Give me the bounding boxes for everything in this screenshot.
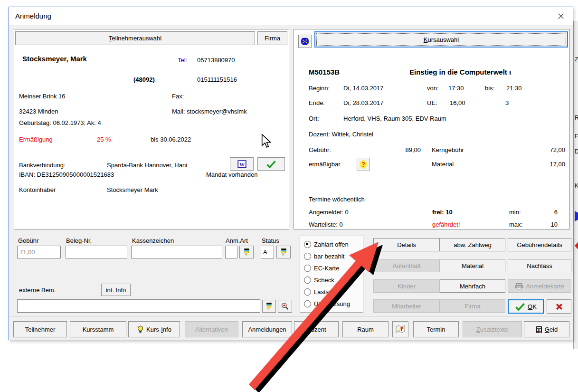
free-count: frei: 10 bbox=[432, 209, 453, 216]
course-fee-value: 89,00 bbox=[389, 146, 421, 153]
green-check-icon bbox=[515, 303, 525, 311]
radio-bar-bezahlt[interactable]: bar bezahlt bbox=[304, 253, 344, 260]
int-info-button[interactable]: int. Info bbox=[101, 284, 131, 296]
svg-text:W: W bbox=[239, 161, 245, 167]
status-picker-button[interactable] bbox=[276, 246, 291, 258]
word-export-button[interactable]: W bbox=[230, 157, 254, 171]
ort-value: Herford, VHS, Raum 305, EDV-Raum bbox=[343, 115, 446, 122]
anmeldung-dialog: Anmeldung Teilnehmerauswahl Firma Stocks… bbox=[9, 7, 573, 340]
anmart-input[interactable] bbox=[225, 246, 237, 258]
anmart-label: Anm.Art bbox=[226, 237, 248, 244]
bis-label: bis: bbox=[485, 85, 494, 92]
background-icon-fragment bbox=[575, 211, 578, 221]
course-fee-label: Gebühr: bbox=[309, 146, 331, 153]
endangered-flag: gefährdet! bbox=[432, 221, 460, 228]
min-value: 6 bbox=[534, 209, 558, 216]
participant-phone2: 015111151516 bbox=[197, 76, 237, 83]
min-label: min: bbox=[509, 209, 521, 216]
screen: Za Rü E D K Anmeldung Teilnehmerauswahl … bbox=[0, 0, 578, 392]
end-date: Di, 28.03.2017 bbox=[343, 99, 384, 106]
waitlist-count: Warteliste: 0 bbox=[309, 221, 343, 228]
hand-down-icon bbox=[265, 302, 273, 310]
blue-card-icon bbox=[300, 37, 310, 46]
bank-label: Bankverbindung: bbox=[19, 162, 66, 169]
course-panel: Kursauswahl M50153B Einstieg in die Comp… bbox=[294, 29, 570, 229]
begin-label: Beginn: bbox=[309, 85, 330, 92]
kursauswahl-button[interactable]: Kursauswahl bbox=[314, 31, 568, 48]
details-button[interactable]: Details bbox=[373, 238, 440, 251]
von-label: von: bbox=[427, 85, 439, 92]
status-input[interactable] bbox=[261, 246, 274, 258]
dozent-line: Dozent: Wittek, Christel bbox=[309, 131, 373, 138]
discount-help-button[interactable]: ? bbox=[357, 158, 370, 171]
map-pin-icon bbox=[396, 325, 405, 334]
bem-picker-button[interactable] bbox=[262, 300, 276, 313]
teilnehmerauswahl-button[interactable]: Teilnehmerauswahl bbox=[15, 31, 255, 45]
gebuehr-input[interactable] bbox=[17, 246, 61, 258]
printer-icon bbox=[515, 283, 523, 290]
participant-number: (48092) bbox=[133, 76, 155, 83]
abw-zahlweg-button[interactable]: abw. Zahlweg bbox=[440, 238, 505, 251]
radio-lastschrift[interactable]: Lastschrift bbox=[304, 288, 342, 296]
radio-icon bbox=[304, 277, 311, 284]
toolbar-map-button[interactable] bbox=[392, 321, 408, 337]
mandate-status: Mandat vorhanden bbox=[206, 171, 257, 178]
radio-scheck[interactable]: Scheck bbox=[304, 277, 334, 284]
account-holder-name: Stocksmeyer Mark bbox=[107, 186, 158, 193]
ue-label: UE: bbox=[427, 99, 437, 106]
mehrfach-button[interactable]: Mehrfach bbox=[440, 279, 505, 293]
anmeldekarte-button: Anmeldekarte bbox=[508, 279, 571, 293]
discount-until: bis 30.06.2022 bbox=[151, 136, 191, 143]
bank-name: Sparda-Bank Hannover, Hani bbox=[107, 162, 228, 169]
externe-bem-input[interactable] bbox=[17, 299, 260, 313]
bem-zoom-button[interactable] bbox=[278, 300, 292, 313]
toolbar-dozent-button[interactable]: Dozent bbox=[294, 321, 339, 337]
radio-ec-karte[interactable]: EC-Karte bbox=[304, 265, 339, 272]
reducible-label: ermäßigbar bbox=[309, 161, 340, 168]
background-label-fragment: Za bbox=[575, 56, 578, 63]
start-time: 17:30 bbox=[448, 85, 464, 92]
max-value: 10 bbox=[534, 221, 558, 228]
radio-ueberweisung[interactable]: Überweisung bbox=[304, 300, 350, 307]
fax-label: Fax: bbox=[172, 93, 184, 100]
toolbar-kurs-info-button[interactable]: Kurs-Info bbox=[128, 321, 180, 337]
material-button[interactable]: Material bbox=[440, 259, 505, 272]
cancel-button[interactable] bbox=[547, 299, 571, 314]
nachlass-button[interactable]: Nachlass bbox=[508, 259, 571, 272]
background-label-fragment: Rü bbox=[575, 115, 578, 121]
toolbar-separator bbox=[9, 316, 572, 317]
lightbulb-icon bbox=[137, 325, 144, 334]
participant-birthday: Geburtstag: 06.02.1973; Ak: 4 bbox=[19, 119, 101, 126]
course-card-button[interactable] bbox=[298, 35, 312, 48]
participant-street: Meinser Brink 16 bbox=[19, 93, 66, 100]
externe-bem-label: externe Bem. bbox=[19, 287, 56, 294]
schedule-line: Termine wöchentlich bbox=[309, 196, 365, 203]
status-label: Status bbox=[262, 237, 279, 244]
discount-percent: 25 % bbox=[97, 136, 111, 143]
bank-ok-button[interactable] bbox=[257, 157, 285, 171]
background-label-fragment: K bbox=[575, 182, 578, 189]
background-icon-fragment bbox=[575, 241, 578, 250]
firma-select-button[interactable]: Firma bbox=[257, 31, 287, 45]
aufenthalt-button: Aufenthalt bbox=[373, 259, 440, 272]
close-button[interactable] bbox=[555, 10, 567, 22]
toolbar-teilnehmer-button[interactable]: Teilnehmer bbox=[13, 321, 67, 337]
toolbar-geld-button[interactable]: Geld bbox=[524, 321, 569, 337]
beleg-nr-input[interactable] bbox=[66, 246, 127, 258]
toolbar-termin-button[interactable]: Termin bbox=[413, 321, 459, 337]
course-title: Einstieg in die Computerwelt ı bbox=[409, 68, 567, 76]
toolbar-anmeldungen-button[interactable]: Anmeldungen bbox=[242, 321, 292, 337]
participant-phone1: 05713880970 bbox=[197, 57, 235, 64]
toolbar-kursstamm-button[interactable]: Kursstamm bbox=[70, 321, 126, 337]
anmart-picker-button[interactable] bbox=[239, 246, 254, 258]
radio-icon bbox=[304, 288, 311, 296]
gebuehrendetails-button[interactable]: Gebührendetails bbox=[508, 238, 571, 251]
toolbar-raum-button[interactable]: Raum bbox=[342, 321, 388, 337]
dialog-title: Anmeldung bbox=[15, 12, 51, 20]
green-check-icon bbox=[266, 160, 276, 168]
radio-zahlart-offen[interactable]: Zahlart offen bbox=[304, 241, 349, 248]
ue-value: 16,00 bbox=[450, 99, 465, 106]
ok-button[interactable]: OK bbox=[508, 299, 544, 314]
hand-down-icon bbox=[243, 248, 251, 256]
kassenzeichen-input[interactable] bbox=[131, 246, 222, 258]
